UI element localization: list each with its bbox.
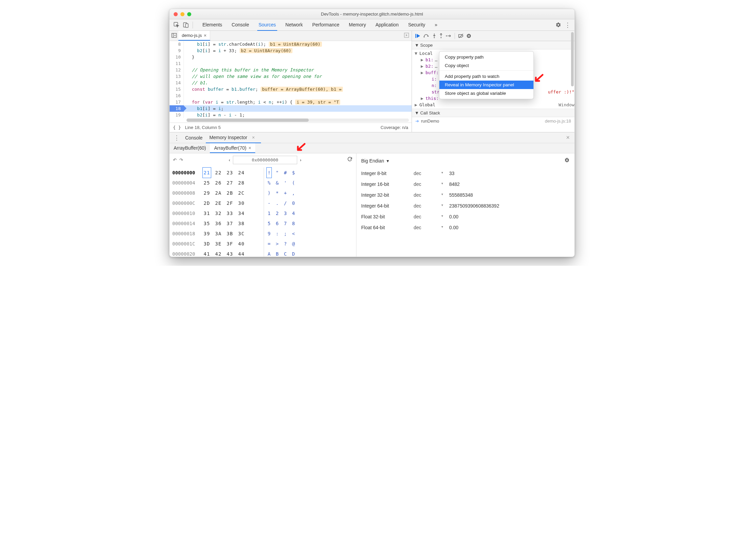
prev-address-icon[interactable]: ‹: [229, 157, 230, 163]
drawer-tab-console[interactable]: Console: [182, 133, 206, 143]
value-format-select[interactable]: dec: [414, 203, 449, 209]
context-menu-item[interactable]: Add property path to watch: [439, 72, 533, 81]
memory-inspector-body: ↶ ↷ ‹ 0x00000000 › 0000000021222324!"#$0…: [170, 153, 574, 257]
value-display: 2387509390608836392: [449, 203, 499, 209]
context-menu-item[interactable]: Copy object: [439, 61, 533, 71]
code-line[interactable]: 18 b1[i] = i;: [170, 105, 412, 112]
value-format-select[interactable]: dec: [414, 171, 449, 176]
code-line[interactable]: 17 for (var i = str.length; i < n; ++i) …: [170, 99, 412, 105]
hex-row[interactable]: 0000000021222324!"#$: [172, 168, 356, 178]
step-out-icon[interactable]: [439, 34, 443, 38]
value-row: Integer 32-bitdec555885348: [361, 190, 570, 200]
more-tabs-button[interactable]: »: [433, 19, 439, 31]
hex-row[interactable]: 0000000425262728%&'(: [172, 178, 356, 188]
separator: [193, 22, 193, 28]
tab-security[interactable]: Security: [407, 19, 427, 31]
tab-memory[interactable]: Memory: [348, 19, 368, 31]
tab-performance[interactable]: Performance: [311, 19, 341, 31]
hex-row[interactable]: 0000002041424344ABCD: [172, 249, 356, 257]
file-tab[interactable]: demo-js.js×: [178, 31, 210, 41]
global-scope-row[interactable]: ▶GlobalWindow: [415, 102, 574, 108]
refresh-icon[interactable]: [347, 156, 353, 163]
show-navigator-icon[interactable]: [170, 33, 178, 39]
pretty-print-icon[interactable]: { }: [173, 125, 181, 130]
tab-console[interactable]: Console: [230, 19, 250, 31]
hex-row[interactable]: 00000010313233341234: [172, 208, 356, 218]
filename-label: demo-js.js: [182, 33, 202, 38]
value-format-select[interactable]: dec: [414, 225, 449, 230]
code-line[interactable]: 12 // Opening this buffer in the Memory …: [170, 67, 412, 73]
inline-value: i = 39, str = "T: [295, 100, 340, 105]
code-line[interactable]: 9 b2[i] = i + 33;b2 = Uint8Array(60): [170, 47, 412, 54]
source-file-tabs: demo-js.js×: [170, 31, 412, 41]
value-format-select[interactable]: dec: [414, 181, 449, 187]
tab-sources[interactable]: Sources: [257, 19, 277, 31]
tab-network[interactable]: Network: [284, 19, 304, 31]
more-file-options-icon[interactable]: [404, 33, 409, 39]
close-buffer-tab-icon[interactable]: ×: [248, 145, 251, 151]
step-into-icon[interactable]: [432, 34, 436, 38]
hex-row[interactable]: 00000018393A3B3C9:;<: [172, 229, 356, 239]
context-menu-item[interactable]: Reveal in Memory Inspector panel: [439, 81, 533, 89]
value-interpreter: Big Endian ▾ Integer 8-bitdec33Integer 1…: [356, 153, 574, 257]
close-drawer-tab-icon[interactable]: ×: [249, 135, 257, 140]
value-row: Float 32-bitdec0.00: [361, 211, 570, 222]
close-file-icon[interactable]: ×: [204, 33, 206, 38]
tab-application[interactable]: Application: [374, 19, 400, 31]
horizontal-scrollbar[interactable]: [187, 119, 409, 122]
endianness-select[interactable]: Big Endian ▾: [361, 158, 389, 164]
buffer-tab-0[interactable]: ArrayBuffer(60): [170, 143, 210, 153]
hex-row[interactable]: 0000000C2D2E2F30-./0: [172, 198, 356, 208]
next-address-icon[interactable]: ›: [300, 157, 301, 163]
hex-grid[interactable]: 0000000021222324!"#$0000000425262728%&'(…: [170, 166, 356, 257]
value-format-select[interactable]: dec: [414, 214, 449, 219]
scope-header[interactable]: ▼ Scope: [412, 41, 574, 49]
settings-gear-icon[interactable]: [553, 20, 563, 30]
hex-row[interactable]: 0000001C3D3E3F40=>?@: [172, 239, 356, 249]
svg-point-5: [423, 36, 424, 37]
svg-rect-2: [185, 24, 188, 27]
callstack-header[interactable]: ▼ Call Stack: [412, 109, 574, 117]
code-line[interactable]: 19 b2[i] = n - i - 1;: [170, 112, 412, 118]
drawer-menu-icon[interactable]: ⋮: [172, 134, 182, 142]
undo-icon[interactable]: ↶: [173, 157, 177, 163]
value-type-label: Integer 16-bit: [361, 181, 414, 187]
context-menu-item[interactable]: Store object as global variable: [439, 89, 533, 98]
value-settings-gear-icon[interactable]: [564, 157, 570, 164]
resume-icon[interactable]: [415, 34, 421, 38]
context-menu-item[interactable]: Copy property path: [439, 53, 533, 61]
code-line[interactable]: 8 b1[i] = str.charCodeAt(i);b1 = Uint8Ar…: [170, 41, 412, 47]
vertical-scrollbar[interactable]: [571, 32, 574, 86]
tab-elements[interactable]: Elements: [201, 19, 223, 31]
inline-value: b1 = Uint8Array(60): [269, 42, 322, 47]
code-line[interactable]: 11: [170, 60, 412, 67]
code-line[interactable]: 14 // b1.: [170, 80, 412, 86]
inspect-element-icon[interactable]: [172, 20, 181, 30]
pause-on-exceptions-icon[interactable]: [466, 34, 471, 38]
step-over-icon[interactable]: [423, 34, 430, 38]
drawer-tab-memory-inspector[interactable]: Memory Inspector ×: [206, 132, 261, 143]
code-line[interactable]: 15 const buffer = b1.buffer;buffer = Arr…: [170, 86, 412, 92]
value-type-label: Integer 8-bit: [361, 171, 414, 176]
device-toolbar-icon[interactable]: [181, 20, 191, 30]
address-input[interactable]: 0x00000000: [233, 156, 297, 164]
code-line[interactable]: 16: [170, 92, 412, 99]
hex-row[interactable]: 00000008292A2B2C)*+,: [172, 188, 356, 198]
code-editor[interactable]: 8 b1[i] = str.charCodeAt(i);b1 = Uint8Ar…: [170, 41, 412, 118]
svg-point-9: [467, 34, 471, 38]
kebab-menu-icon[interactable]: ⋮: [563, 20, 572, 30]
redo-icon[interactable]: ↷: [179, 157, 183, 163]
buffer-tab-1[interactable]: ArrayBuffer(70)×: [210, 143, 255, 153]
close-drawer-icon[interactable]: ×: [563, 134, 572, 141]
context-menu: Copy property pathCopy objectAdd propert…: [439, 51, 534, 99]
code-line[interactable]: 10 }: [170, 54, 412, 60]
callstack-frame[interactable]: ➔ runDemo demo-js.js:18: [412, 117, 574, 125]
value-format-select[interactable]: dec: [414, 192, 449, 198]
deactivate-breakpoints-icon[interactable]: [458, 34, 464, 38]
step-icon[interactable]: [446, 34, 451, 38]
code-line[interactable]: 13 // will open the same view as for ope…: [170, 73, 412, 80]
value-display: 0.00: [449, 225, 458, 230]
main-toolbar: Elements Console Sources Network Perform…: [170, 19, 574, 31]
value-display: 0.00: [449, 214, 458, 219]
hex-row[interactable]: 00000014353637385678: [172, 218, 356, 229]
